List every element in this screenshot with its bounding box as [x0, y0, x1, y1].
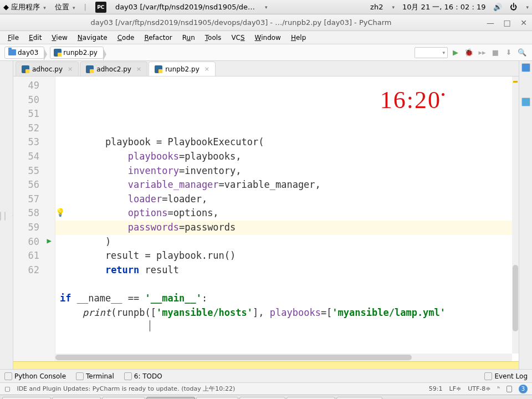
- menu-run[interactable]: Run: [178, 32, 200, 43]
- database-tool-icon[interactable]: [521, 63, 530, 72]
- menu-tools[interactable]: Tools: [201, 32, 226, 43]
- project-tool-icon[interactable]: [0, 212, 1, 221]
- toolwindow-toggle-icon[interactable]: ▢: [4, 385, 10, 392]
- todo-tab[interactable]: 6: TODO: [124, 372, 162, 380]
- taskbar-item-0[interactable]: root@r…: [2, 397, 51, 400]
- python-file-icon: [155, 65, 162, 73]
- git-branch[interactable]: ʰ: [498, 385, 500, 392]
- horizontal-scrollbar[interactable]: [55, 354, 512, 361]
- status-bar: ▢ IDE and Plugin Updates: PyCharm is rea…: [0, 382, 532, 395]
- run-gutter-icon[interactable]: ▶: [47, 234, 52, 248]
- gnome-apps-menu[interactable]: ◆ 应用程序 ▾: [3, 2, 46, 12]
- breadcrumb-file[interactable]: runpb2.py: [50, 47, 104, 59]
- pycharm-taskbar-icon[interactable]: PC: [95, 2, 106, 13]
- bottom-tool-tabs: Python Console Terminal 6: TODO Event Lo…: [0, 369, 532, 382]
- main-menu-bar: FFileile Edit View Navigate Code Refacto…: [0, 31, 532, 44]
- menu-help[interactable]: Help: [287, 32, 310, 43]
- scrollbar-thumb[interactable]: [55, 355, 412, 360]
- navigation-toolbar: day03 runpb2.py ▾ ▶ 🐞 ▸▸ ■ ⬇ 🔍: [0, 44, 532, 61]
- folder-icon: [8, 49, 16, 55]
- tab-runpb2[interactable]: runpb2.py ×: [149, 62, 216, 76]
- menu-refactor[interactable]: Refactor: [140, 32, 176, 43]
- status-message[interactable]: IDE and Plugin Updates: PyCharm is ready…: [17, 385, 235, 393]
- gnome-places-menu[interactable]: 位置 ▾: [55, 2, 75, 12]
- close-icon[interactable]: ×: [204, 65, 209, 73]
- terminal-icon: [76, 372, 84, 380]
- eventlog-icon: [484, 372, 492, 380]
- text-cursor: [150, 320, 150, 331]
- gnome-window-title[interactable]: day03 [/var/ftp/nsd2019/nsd1905/de…: [115, 3, 255, 11]
- search-everywhere-button[interactable]: 🔍: [516, 47, 528, 58]
- tab-adhoc[interactable]: adhoc.py ×: [16, 62, 79, 76]
- run-button[interactable]: ▶: [450, 47, 461, 58]
- python-file-icon: [54, 49, 62, 57]
- clock[interactable]: 10月 21 一, 16 : 02 : 19: [402, 2, 486, 12]
- window-title: day03 [/var/ftp/nsd2019/nsd1905/devops/d…: [0, 18, 482, 27]
- coverage-button[interactable]: ▸▸: [477, 47, 488, 58]
- python-icon: [4, 372, 12, 380]
- taskbar-item-5[interactable]: root@…: [239, 397, 285, 400]
- cursor-position[interactable]: 59:1: [429, 385, 443, 392]
- maximize-button[interactable]: □: [499, 18, 515, 27]
- overlay-dot: [442, 93, 444, 96]
- menu-window[interactable]: Window: [250, 32, 285, 43]
- taskbar-item-2[interactable]: devops: [102, 397, 146, 400]
- python-console-tab[interactable]: Python Console: [4, 372, 66, 380]
- menu-code[interactable]: Code: [113, 32, 139, 43]
- menu-vcs[interactable]: VCS: [227, 32, 249, 43]
- gnome-top-panel: ◆ 应用程序 ▾ 位置 ▾ | PC day03 [/var/ftp/nsd20…: [0, 0, 532, 14]
- run-configuration-select[interactable]: ▾: [415, 47, 448, 58]
- vcs-button[interactable]: ⬇: [503, 47, 514, 58]
- breadcrumb-folder[interactable]: day03: [4, 47, 44, 59]
- error-stripe-mark[interactable]: [513, 81, 518, 83]
- overlay-annotation: 16:20: [380, 93, 441, 108]
- debug-button[interactable]: 🐞: [463, 47, 474, 58]
- tab-adhoc2[interactable]: adhoc2.py ×: [80, 62, 147, 76]
- structure-tool-icon[interactable]: [4, 212, 6, 221]
- close-icon[interactable]: ×: [136, 65, 141, 73]
- menu-file[interactable]: FFileile: [3, 32, 23, 43]
- taskbar-item-4[interactable]: /root…: [196, 397, 238, 400]
- taskbar-item-6[interactable]: NSD_D…: [287, 397, 335, 400]
- taskbar-item-3[interactable]: day03 …: [146, 397, 195, 400]
- line-separator[interactable]: LF≑: [449, 385, 462, 392]
- taskbar-item-7[interactable]: nsd19…: [336, 397, 383, 400]
- main-area: ★ adhoc.py × adhoc2.py × runpb2.py × 495…: [0, 61, 532, 369]
- menu-edit[interactable]: Edit: [24, 32, 46, 43]
- line-number-gutter[interactable]: 4950515253545556575859606162 ▶ 💡: [13, 76, 55, 361]
- terminal-tab[interactable]: Terminal: [76, 372, 114, 380]
- close-icon[interactable]: ×: [68, 65, 73, 73]
- editor-tabs: adhoc.py × adhoc2.py × runpb2.py ×: [13, 61, 519, 76]
- gnome-bottom-panel: root@r… Python… devops day03 … /root… ro…: [0, 395, 532, 399]
- breadcrumb-strip: [13, 361, 519, 369]
- readonly-lock-icon[interactable]: [507, 386, 512, 392]
- sciview-tool-icon[interactable]: [521, 98, 530, 106]
- code-editor[interactable]: 4950515253545556575859606162 ▶ 💡 16:20 p…: [13, 76, 519, 361]
- left-tool-stripe[interactable]: ★: [0, 61, 13, 369]
- right-tool-stripe[interactable]: [519, 61, 532, 369]
- volume-icon[interactable]: 🔊: [493, 3, 502, 11]
- event-log-tab[interactable]: Event Log: [484, 372, 528, 380]
- taskbar-item-1[interactable]: Python…: [52, 397, 101, 400]
- todo-icon: [124, 372, 132, 380]
- ime-indicator[interactable]: zh2: [370, 3, 383, 11]
- python-file-icon: [86, 65, 94, 73]
- minimize-button[interactable]: —: [482, 18, 499, 27]
- python-file-icon: [22, 65, 29, 73]
- notification-badge[interactable]: 3: [519, 385, 528, 393]
- menu-navigate[interactable]: Navigate: [73, 32, 112, 43]
- file-encoding[interactable]: UTF-8≑: [468, 385, 490, 392]
- menu-view[interactable]: View: [47, 32, 71, 43]
- window-title-bar: day03 [/var/ftp/nsd2019/nsd1905/devops/d…: [0, 14, 532, 31]
- close-button[interactable]: ✕: [515, 18, 532, 27]
- power-icon[interactable]: ⏻: [510, 3, 517, 11]
- code-content[interactable]: playbook = PlaybookExecutor( playbooks=p…: [60, 135, 519, 320]
- stop-button[interactable]: ■: [490, 47, 501, 58]
